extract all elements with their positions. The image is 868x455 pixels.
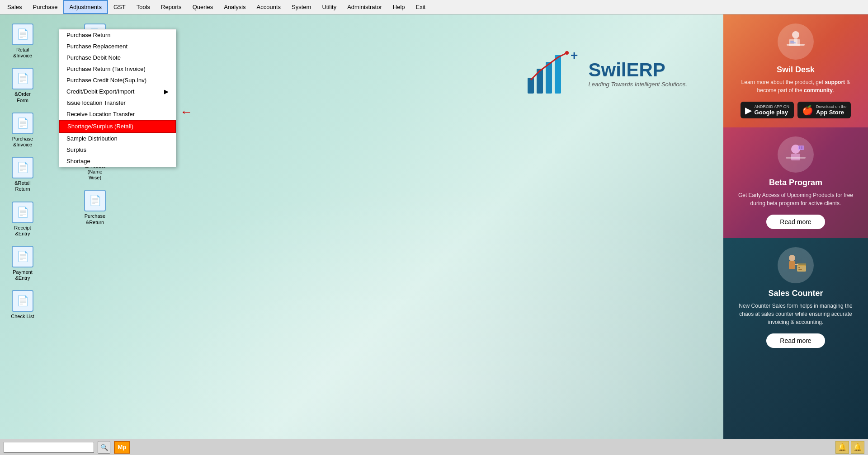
- svg-rect-16: [799, 146, 800, 149]
- purchase-invoice-label: Purchase&Invoice: [12, 136, 33, 148]
- dropdown-issue-location[interactable]: Issue location Transfer: [59, 97, 176, 108]
- svg-rect-24: [795, 264, 798, 265]
- main-area: 📄 Retail&Invoice 📄 &OrderForm 📄 Purchase…: [0, 14, 868, 439]
- search-input[interactable]: [4, 442, 94, 453]
- menubar: Sales Purchase Adjustments GST Tools Rep…: [0, 0, 868, 14]
- svg-rect-22: [798, 267, 800, 268]
- logo-subtitle: Leading Towards Intelligent Solutions.: [589, 81, 688, 88]
- icon-payment-entry[interactable]: 📄 Payment&Entry: [5, 246, 41, 281]
- taskbar-right: 🔔 🔔: [835, 441, 864, 454]
- search-button[interactable]: 🔍: [98, 441, 110, 454]
- store-buttons: ▶ ANDROID APP ON Google play 🍎 Download …: [741, 102, 851, 118]
- beta-icon: [778, 136, 814, 173]
- payment-entry-icon: 📄: [12, 246, 33, 267]
- svg-point-18: [789, 255, 795, 261]
- menu-help[interactable]: Help: [387, 0, 410, 14]
- svg-rect-17: [801, 146, 802, 149]
- dropdown-shortage[interactable]: Shortage: [59, 155, 176, 167]
- beta-readmore-button[interactable]: Read more: [766, 215, 825, 229]
- dropdown-purchase-replacement[interactable]: Purchase Replacement: [59, 41, 176, 52]
- swildesk-icon: [778, 23, 814, 60]
- logo-title: SwilERP: [589, 59, 688, 81]
- desktop: 📄 Retail&Invoice 📄 &OrderForm 📄 Purchase…: [0, 14, 723, 439]
- app-store-sub: Download on the: [816, 104, 847, 109]
- retail-invoice-label: Retail&Invoice: [13, 47, 32, 59]
- menu-exit[interactable]: Exit: [410, 0, 431, 14]
- menu-reports[interactable]: Reports: [156, 0, 187, 14]
- taskbar: 🔍 Mp 🔔 🔔: [0, 439, 868, 455]
- beta-card: Beta Program Get Early Access of Upcomin…: [723, 127, 868, 238]
- notification-icon[interactable]: 🔔: [835, 441, 849, 454]
- search-icon: 🔍: [100, 444, 108, 451]
- dropdown-purchase-return-tax[interactable]: Purchase Return (Tax Invoice): [59, 63, 176, 75]
- order-form-label: &OrderForm: [14, 91, 30, 103]
- google-play-name: Google play: [755, 109, 789, 116]
- icon-retail-invoice[interactable]: 📄 Retail&Invoice: [5, 23, 41, 59]
- google-play-button[interactable]: ▶ ANDROID APP ON Google play: [741, 102, 794, 118]
- menu-utility[interactable]: Utility: [316, 0, 342, 14]
- svg-rect-19: [789, 261, 795, 269]
- alert-icon[interactable]: 🔔: [851, 441, 864, 454]
- swildesk-illustration: [782, 28, 809, 55]
- swildesk-title: Swil Desk: [777, 65, 815, 75]
- purchase-invoice-icon: 📄: [12, 113, 33, 134]
- beta-illustration: [782, 141, 809, 168]
- icon-retail-return[interactable]: 📄 &RetailReturn: [5, 157, 41, 192]
- app-store-name: App Store: [816, 109, 847, 116]
- sales-counter-title: Sales Counter: [768, 289, 823, 298]
- menu-analysis[interactable]: Analysis: [218, 0, 251, 14]
- logo-text: SwilERP Leading Towards Intelligent Solu…: [589, 59, 688, 88]
- sales-counter-readmore-button[interactable]: Read more: [766, 333, 825, 348]
- swildesk-card: Swil Desk Learn more about the product, …: [723, 14, 868, 127]
- red-arrow-indicator: ←: [180, 105, 193, 119]
- payment-entry-label: Payment&Entry: [13, 269, 32, 281]
- menu-adjustments[interactable]: Adjustments: [63, 0, 108, 14]
- retail-invoice-icon: 📄: [12, 23, 33, 45]
- mp-label: Mp: [118, 444, 127, 450]
- google-play-sub: ANDROID APP ON: [755, 104, 789, 109]
- dropdown-shortage-surplus[interactable]: Shortage/Surplus (Retail): [59, 120, 176, 133]
- svg-rect-11: [790, 42, 796, 43]
- menu-system[interactable]: System: [286, 0, 316, 14]
- dropdown-surplus[interactable]: Surplus: [59, 144, 176, 155]
- menu-accounts[interactable]: Accounts: [251, 0, 286, 14]
- check-list-icon: 📄: [12, 290, 33, 312]
- svg-text:+: +: [571, 51, 578, 62]
- menu-gst[interactable]: GST: [108, 0, 131, 14]
- purchase-return-label: Purchase&Return: [85, 213, 105, 225]
- app-store-button[interactable]: 🍎 Download on the App Store: [797, 102, 851, 118]
- dropdown-purchase-return[interactable]: Purchase Return: [59, 29, 176, 41]
- right-panel: Swil Desk Learn more about the product, …: [723, 14, 868, 439]
- menu-tools[interactable]: Tools: [131, 0, 156, 14]
- beta-desc: Get Early Access of Upcoming Products fo…: [732, 191, 859, 207]
- beta-title: Beta Program: [769, 178, 822, 188]
- svg-rect-20: [797, 265, 806, 272]
- icon-order-form[interactable]: 📄 &OrderForm: [5, 68, 41, 103]
- dropdown-credit-debit-label: Credit/Debit Export/Import: [66, 88, 134, 95]
- dropdown-purchase-credit-note[interactable]: Purchase Credit Note(Sup.Inv): [59, 75, 176, 86]
- retail-return-label: &RetailReturn: [14, 180, 30, 192]
- menu-sales[interactable]: Sales: [2, 0, 28, 14]
- check-list-label: Check List: [11, 314, 34, 319]
- menu-purchase[interactable]: Purchase: [28, 0, 63, 14]
- icon-check-list[interactable]: 📄 Check List: [5, 290, 41, 319]
- icon-purchase-invoice[interactable]: 📄 Purchase&Invoice: [5, 113, 41, 148]
- menu-queries[interactable]: Queries: [187, 0, 219, 14]
- svg-rect-3: [555, 55, 561, 94]
- dropdown-purchase-debit-note[interactable]: Purchase Debit Note: [59, 52, 176, 63]
- menu-administrator[interactable]: Administrator: [342, 0, 387, 14]
- sales-counter-illustration: [782, 252, 809, 279]
- order-form-icon: 📄: [12, 68, 33, 89]
- adjustments-dropdown: Purchase Return Purchase Replacement Pur…: [59, 29, 176, 167]
- icon-receipt-entry[interactable]: 📄 Receipt&Entry: [5, 202, 41, 237]
- dropdown-credit-debit-export[interactable]: Credit/Debit Export/Import ▶: [59, 86, 176, 97]
- dropdown-sample-distribution[interactable]: Sample Distribution: [59, 133, 176, 144]
- purchase-return-icon: 📄: [84, 190, 106, 211]
- svg-rect-23: [798, 269, 802, 270]
- dropdown-receive-location[interactable]: Receive Location Transfer: [59, 108, 176, 120]
- mp-button[interactable]: Mp: [114, 441, 130, 454]
- dropdown-credit-debit-arrow: ▶: [164, 88, 169, 95]
- icon-purchase-return[interactable]: 📄 Purchase&Return: [77, 190, 113, 225]
- svg-point-4: [565, 51, 569, 55]
- sales-counter-desc: New Counter Sales form helps in managing…: [732, 302, 859, 326]
